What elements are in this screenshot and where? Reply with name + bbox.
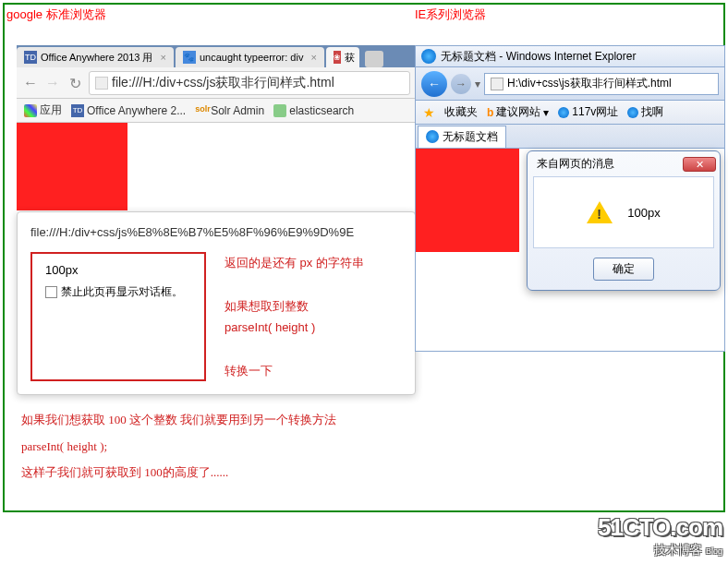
- watermark-sub: 技术博客 Blog: [598, 542, 722, 558]
- tab-icon: ❀: [334, 51, 341, 64]
- close-icon[interactable]: ×: [160, 52, 165, 63]
- bookmark-solr[interactable]: solr Solr Admin: [195, 104, 264, 117]
- chrome-alert-dialog: file:///H:/div+css/js%E8%8E%B7%E5%8F%96%…: [17, 211, 416, 395]
- note-line: 如果我们想获取 100 这个整数 我们就要用到另一个转换方法: [21, 407, 336, 434]
- note-line: 返回的是还有 px 的字符串: [224, 252, 364, 273]
- ie-titlebar: 无标题文档 - Windows Internet Explorer: [415, 45, 725, 67]
- ie-url-input[interactable]: H:\div+css\js获取非行间样式.html: [484, 73, 719, 95]
- back-button[interactable]: ←: [421, 71, 447, 97]
- suppress-checkbox-row[interactable]: 禁止此页再显示对话框。: [45, 284, 191, 300]
- bookmark-office[interactable]: TD Office Anywhere 2...: [71, 104, 186, 117]
- watermark: 51CTO.com 技术博客 Blog: [598, 513, 722, 558]
- back-button[interactable]: ←: [22, 75, 39, 91]
- close-button[interactable]: ✕: [683, 157, 716, 172]
- chrome-viewport: file:///H:/div+css/js%E8%8E%B7%E5%8F%96%…: [17, 123, 416, 381]
- bookmark-icon: solr: [195, 104, 208, 117]
- ie-icon: [426, 130, 439, 143]
- chrome-tab-1[interactable]: TD Office Anywhere 2013 用 ×: [17, 47, 174, 67]
- ie-tabbar: 无标题文档: [415, 125, 725, 149]
- chrome-tab-3[interactable]: ❀ 获: [326, 47, 359, 67]
- chrome-tab-2[interactable]: 🐾 uncaught typeerror: div ×: [176, 47, 324, 67]
- dialog-title: 来自网页的消息: [537, 156, 614, 172]
- alert-message: 100px: [45, 263, 191, 277]
- ie-tab[interactable]: 无标题文档: [418, 126, 506, 148]
- watermark-main: 51CTO.com: [598, 513, 722, 542]
- note-line: parseInt( height ): [224, 317, 364, 338]
- google-label: google 标准浏览器: [6, 6, 106, 23]
- alert-origin: file:///H:/div+css/js%E8%8E%B7%E5%8F%96%…: [30, 225, 402, 239]
- tab-icon: TD: [24, 51, 37, 64]
- note-line: parseInt( height );: [21, 434, 336, 461]
- file-icon: [95, 77, 108, 90]
- ie-icon: [627, 107, 638, 118]
- dialog-footer: 确定: [528, 248, 720, 290]
- url-text: file:///H:/div+css/js获取非行间样式.html: [112, 75, 334, 91]
- alert-body: 100px 禁止此页再显示对话框。 返回的是还有 px 的字符串 如果想取到整数…: [30, 252, 402, 381]
- ie-nav-toolbar: ← → ▾ H:\div+css\js获取非行间样式.html: [415, 67, 725, 101]
- find-link[interactable]: 找啊: [627, 104, 663, 120]
- tab-label: 无标题文档: [443, 129, 498, 145]
- chrome-bookmarks-bar: 应用 TD Office Anywhere 2... solr Solr Adm…: [17, 99, 416, 123]
- url-text: H:\div+css\js获取非行间样式.html: [507, 76, 672, 91]
- tab-label: Office Anywhere 2013 用: [41, 51, 152, 65]
- ie-icon: [421, 49, 436, 64]
- chrome-tabbar: TD Office Anywhere 2013 用 × 🐾 uncaught t…: [17, 45, 416, 67]
- star-icon[interactable]: ★: [423, 105, 435, 120]
- ie-label: IE系列浏览器: [415, 6, 486, 23]
- tab-label: uncaught typeerror: div: [200, 52, 304, 63]
- annotation-text: 返回的是还有 px 的字符串 如果想取到整数 parseInt( height …: [224, 252, 364, 381]
- reload-button[interactable]: ↻: [67, 75, 83, 91]
- tab-label: 获: [345, 51, 355, 65]
- ie-icon: [558, 107, 569, 118]
- favorites-label[interactable]: 收藏夹: [444, 104, 478, 120]
- dialog-message: 100px: [627, 206, 660, 220]
- bookmark-icon: [273, 104, 286, 117]
- dialog-body: ! 100px: [533, 176, 714, 248]
- note-line: 转换一下: [224, 360, 364, 381]
- chrome-window: TD Office Anywhere 2013 用 × 🐾 uncaught t…: [17, 45, 416, 381]
- bookmark-icon: TD: [71, 104, 84, 117]
- bookmark-label: Solr Admin: [211, 104, 264, 117]
- site-link[interactable]: 117v网址: [558, 104, 618, 120]
- comparison-container: google 标准浏览器 IE系列浏览器 TD Office Anywhere …: [3, 3, 725, 512]
- ie-viewport: 来自网页的消息 ✕ ! 100px 确定: [415, 149, 725, 352]
- dialog-titlebar: 来自网页的消息 ✕: [528, 151, 720, 176]
- bookmark-elastic[interactable]: elasticsearch: [273, 104, 354, 117]
- file-icon: [491, 78, 504, 90]
- bookmark-label: elasticsearch: [289, 104, 354, 117]
- apps-icon: [24, 104, 37, 117]
- apps-button[interactable]: 应用: [24, 102, 62, 118]
- warning-icon: !: [587, 199, 613, 225]
- tab-icon: 🐾: [183, 51, 196, 64]
- alert-highlight-box: 100px 禁止此页再显示对话框。: [30, 252, 206, 381]
- window-title: 无标题文档 - Windows Internet Explorer: [441, 49, 636, 65]
- forward-button[interactable]: →: [44, 75, 61, 91]
- forward-button[interactable]: →: [451, 74, 471, 94]
- red-box: [17, 123, 127, 210]
- close-icon[interactable]: ×: [310, 52, 316, 63]
- ie-alert-dialog: 来自网页的消息 ✕ ! 100px 确定: [527, 150, 721, 291]
- bottom-annotation: 如果我们想获取 100 这个整数 我们就要用到另一个转换方法 parseInt(…: [21, 407, 336, 486]
- bookmark-label: Office Anywhere 2...: [87, 104, 186, 117]
- checkbox[interactable]: [45, 286, 57, 298]
- suggest-sites[interactable]: b 建议网站▾: [487, 104, 549, 120]
- note-line: 如果想取到整数: [224, 295, 364, 317]
- chrome-toolbar: ← → ↻ file:///H:/div+css/js获取非行间样式.html: [17, 67, 416, 99]
- note-line: 这样子我们就可获取到 100的高度了......: [21, 460, 336, 486]
- new-tab-button[interactable]: [365, 51, 383, 67]
- bing-icon: b: [487, 106, 493, 119]
- ie-favorites-bar: ★ 收藏夹 b 建议网站▾ 117v网址 找啊: [415, 101, 725, 125]
- ie-window: 无标题文档 - Windows Internet Explorer ← → ▾ …: [415, 45, 725, 352]
- apps-label: 应用: [40, 102, 62, 118]
- dropdown-icon[interactable]: ▾: [475, 78, 480, 90]
- red-box: [416, 149, 519, 252]
- url-input[interactable]: file:///H:/div+css/js获取非行间样式.html: [89, 71, 410, 95]
- ok-button[interactable]: 确定: [593, 258, 654, 281]
- checkbox-label: 禁止此页再显示对话框。: [61, 284, 183, 300]
